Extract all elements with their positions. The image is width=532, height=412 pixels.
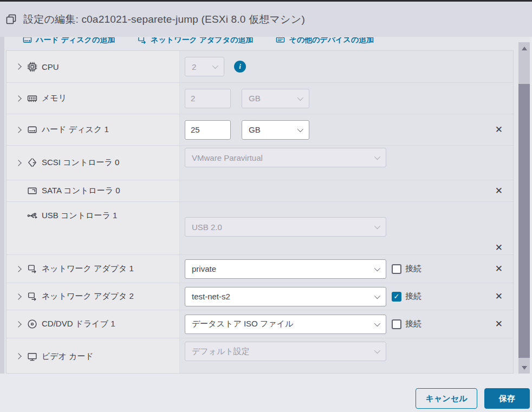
vm-edit-icon <box>5 13 17 25</box>
sata-controller-icon <box>27 186 37 196</box>
add-hard-disk-link[interactable]: ハード ディスクの追加 <box>23 37 115 46</box>
hard-disk-icon <box>23 37 32 46</box>
usb-controller-icon <box>27 211 37 221</box>
row-sata-controller-0: SATA コントローラ 0 ✕ <box>7 180 513 202</box>
chevron-right-icon[interactable] <box>15 63 23 70</box>
row-scsi-controller-0: SCSI コントローラ 0 VMware Paravirtual <box>7 146 513 180</box>
check-icon: ✓ <box>394 293 400 300</box>
scroll-up-button[interactable] <box>518 43 530 53</box>
chevron-down-icon <box>212 63 218 69</box>
chevron-down-icon <box>374 154 380 160</box>
info-icon[interactable]: i <box>234 61 246 73</box>
add-network-adapter-link[interactable]: ネットワーク アダプタの追加 <box>138 37 253 46</box>
row-network-adapter-2: ネットワーク アダプタ 2 test-net-s2 ✓ 接続 ✕ <box>7 283 513 310</box>
device-label: USB コントローラ 1 <box>42 211 117 221</box>
scroll-down-button[interactable] <box>518 363 530 372</box>
edit-settings-dialog: 設定の編集: c0a21021-separete-jump (ESXi 8.0 … <box>0 0 532 412</box>
connect-checkbox[interactable]: ✓ <box>392 292 401 302</box>
chevron-right-icon[interactable] <box>15 293 23 300</box>
device-label: SATA コントローラ 0 <box>42 186 120 196</box>
cd-media-select[interactable]: データストア ISO ファイル <box>185 315 386 334</box>
cpu-icon <box>27 62 37 72</box>
connect-checkbox[interactable] <box>392 264 401 274</box>
chevron-down-icon <box>374 223 380 229</box>
scsi-type-select[interactable]: VMware Paravirtual <box>185 148 386 167</box>
connect-label: 接続 <box>405 264 421 274</box>
row-usb-controller-1: USB コントローラ 1 USB 2.0 ✕ <box>7 202 513 255</box>
dialog-footer: キャンセル 保存 <box>0 374 532 412</box>
device-label: ビデオ カード <box>42 351 94 362</box>
add-hard-disk-label: ハード ディスクの追加 <box>36 37 115 45</box>
memory-unit-select[interactable]: GB <box>242 89 309 108</box>
scrollbar[interactable] <box>518 42 530 374</box>
memory-icon <box>27 93 37 103</box>
remove-device-button[interactable]: ✕ <box>494 263 504 274</box>
add-device-toolbar: ハード ディスクの追加 ネットワーク アダプタの追加 その他のデバイスの追加 <box>6 37 494 50</box>
chevron-right-icon[interactable] <box>15 321 23 328</box>
remove-device-button[interactable]: ✕ <box>494 318 504 330</box>
connect-label: 接続 <box>405 319 421 329</box>
remove-device-button[interactable]: ✕ <box>494 124 504 135</box>
network-adapter-icon <box>138 37 147 46</box>
device-label: メモリ <box>42 93 67 103</box>
hard-disk-icon <box>27 125 37 135</box>
add-other-device-link[interactable]: その他のデバイスの追加 <box>276 37 374 46</box>
row-memory: メモリ GB <box>7 83 513 114</box>
usb-version-select[interactable]: USB 2.0 <box>185 217 386 237</box>
cancel-button[interactable]: キャンセル <box>416 388 477 409</box>
chevron-right-icon[interactable] <box>15 265 23 273</box>
chevron-down-icon <box>297 126 303 132</box>
chevron-down-icon <box>374 348 380 354</box>
dialog-left-edge <box>0 37 4 374</box>
device-label: SCSI コントローラ 0 <box>42 158 119 168</box>
device-list-panel: CPU 2 i メモリ GB <box>6 50 514 374</box>
save-button[interactable]: 保存 <box>484 388 530 409</box>
device-label: ネットワーク アダプタ 2 <box>42 291 134 302</box>
network-adapter-icon <box>27 291 37 302</box>
memory-size-input[interactable] <box>185 89 231 108</box>
chevron-right-icon[interactable] <box>15 352 23 360</box>
row-cd-dvd-drive-1: CD/DVD ドライブ 1 データストア ISO ファイル 接続 ✕ <box>7 310 513 338</box>
connect-checkbox[interactable] <box>392 319 401 329</box>
disk-size-input[interactable] <box>185 120 231 140</box>
device-label: CD/DVD ドライブ 1 <box>42 319 115 329</box>
chevron-right-icon[interactable] <box>15 95 23 102</box>
cd-dvd-icon <box>27 319 37 329</box>
row-cpu: CPU 2 i <box>7 51 513 83</box>
video-card-icon <box>27 351 37 362</box>
chevron-right-icon[interactable] <box>15 159 23 167</box>
row-hard-disk-1: ハード ディスク 1 GB ✕ <box>7 114 513 146</box>
network-adapter-icon <box>27 264 37 274</box>
remove-device-button[interactable]: ✕ <box>494 185 504 197</box>
network-select[interactable]: private <box>185 259 386 279</box>
video-settings-select[interactable]: デフォルト設定 <box>185 342 386 361</box>
remove-device-button[interactable]: ✕ <box>494 242 504 253</box>
network-select[interactable]: test-net-s2 <box>185 287 386 306</box>
dialog-titlebar: 設定の編集: c0a21021-separete-jump (ESXi 8.0 … <box>0 2 532 37</box>
scsi-controller-icon <box>27 158 37 168</box>
scrollbar-thumb[interactable] <box>518 84 530 358</box>
add-network-adapter-label: ネットワーク アダプタの追加 <box>151 37 253 45</box>
right-gutter <box>530 37 532 374</box>
chevron-right-icon[interactable] <box>15 126 23 134</box>
chevron-down-icon <box>297 94 303 100</box>
chevron-down-icon <box>374 320 380 326</box>
chevron-down-icon <box>374 292 380 298</box>
add-other-device-label: その他のデバイスの追加 <box>289 37 374 45</box>
cpu-count-select[interactable]: 2 <box>185 57 224 76</box>
device-label: ネットワーク アダプタ 1 <box>42 264 134 274</box>
disk-unit-select[interactable]: GB <box>242 120 309 140</box>
dialog-title: 設定の編集: c0a21021-separete-jump (ESXi 8.0 … <box>23 12 305 27</box>
row-video-card: ビデオ カード デフォルト設定 <box>7 338 513 374</box>
remove-device-button[interactable]: ✕ <box>494 291 504 302</box>
other-device-icon <box>276 37 285 46</box>
row-network-adapter-1: ネットワーク アダプタ 1 private 接続 ✕ <box>7 255 513 283</box>
device-label: CPU <box>42 62 59 71</box>
chevron-down-icon <box>374 265 380 271</box>
device-label: ハード ディスク 1 <box>42 125 109 135</box>
connect-label: 接続 <box>405 291 421 302</box>
